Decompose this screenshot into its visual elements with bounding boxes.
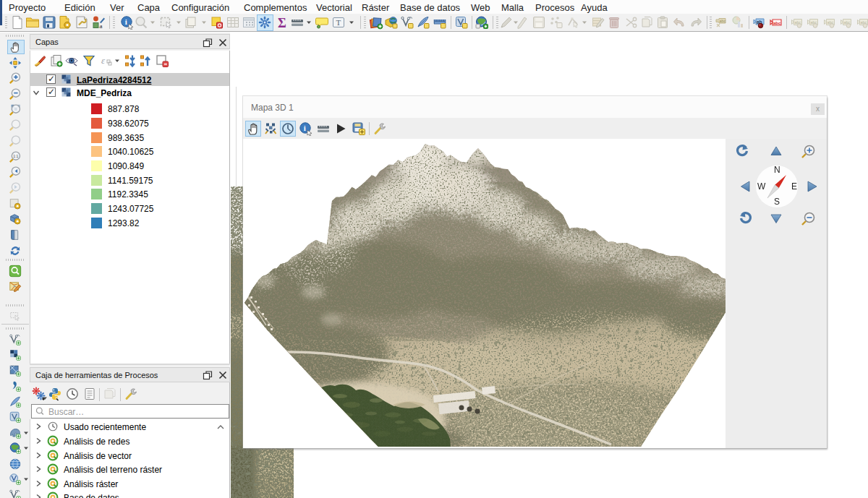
svg-text:W: W bbox=[757, 181, 766, 192]
svg-text:S: S bbox=[774, 197, 780, 207]
svg-text:E: E bbox=[791, 181, 797, 192]
svg-text:N: N bbox=[774, 165, 780, 175]
